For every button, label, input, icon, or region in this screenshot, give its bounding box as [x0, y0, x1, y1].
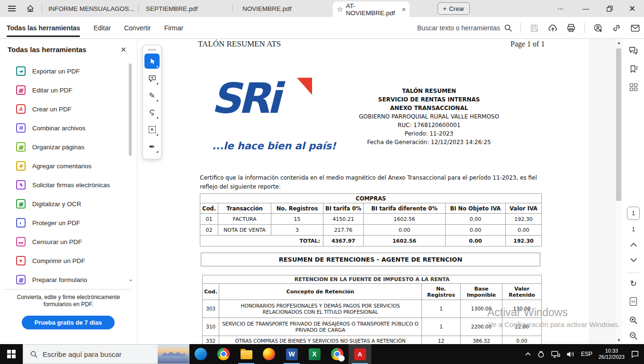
- select-text-tool-button[interactable]: A: [144, 122, 160, 137]
- tool-combinar-archivos[interactable]: ⧉ Combinar archivos: [0, 118, 137, 137]
- prepare-form-icon: ▥: [16, 275, 26, 284]
- taskbar-file-explorer[interactable]: [235, 344, 258, 364]
- table-header-row: Cod. Transacción No. Registros BI tarifa…: [200, 203, 542, 214]
- tab-septiembre[interactable]: SEPTIEMBRE.pdf: [140, 0, 204, 17]
- tab-informe-mensual[interactable]: INFORME MENSUALAGOS...: [43, 0, 140, 17]
- add-people-icon[interactable]: [593, 23, 603, 33]
- share-link-icon[interactable]: [611, 23, 622, 33]
- tool-preparar-formulario[interactable]: ▥ Preparar formulario: [0, 270, 137, 289]
- next-page-button[interactable]: [623, 258, 644, 262]
- hidden-icons-chevron[interactable]: [525, 352, 531, 356]
- column-header: Valor IVA: [506, 203, 542, 214]
- tab-noviembre[interactable]: NOVIEMBRE.pdf: [237, 0, 297, 17]
- draw-tool-button[interactable]: [144, 105, 160, 120]
- clock[interactable]: 10:33 26/12/2023: [599, 348, 625, 361]
- window-more-button[interactable]: ⋯: [554, 0, 568, 17]
- tool-label: Crear un PDF: [32, 106, 72, 113]
- tool-censurar-pdf[interactable]: ▬ Censurar un PDF: [0, 232, 137, 251]
- bookmarks-panel-button[interactable]: [623, 64, 644, 74]
- zoom-out-button[interactable]: [623, 331, 644, 340]
- menu-hamburger-icon[interactable]: [4, 0, 20, 17]
- taskbar-excel[interactable]: X: [303, 344, 326, 364]
- panel-scroll-down-icon[interactable]: ⌄: [128, 276, 133, 282]
- scrollbar-thumb[interactable]: [616, 48, 621, 201]
- page-thumbnails-button[interactable]: [623, 83, 644, 91]
- tool-solicitar-firmas[interactable]: ✎ Solicitar firmas electrónicas: [0, 175, 137, 194]
- language-indicator[interactable]: ESP: [581, 351, 592, 357]
- previous-page-button[interactable]: [623, 243, 644, 247]
- close-tab-icon[interactable]: ×: [402, 5, 406, 13]
- free-trial-button[interactable]: Prueba gratis de 7 días: [22, 316, 115, 329]
- highlight-tool-button[interactable]: ✎: [144, 88, 160, 103]
- action-center-button[interactable]: [631, 350, 639, 358]
- tool-agregar-comentarios[interactable]: ✚ Agregar comentarios: [0, 156, 137, 175]
- add-comment-tool-button[interactable]: [144, 71, 160, 86]
- comments-panel-button[interactable]: [623, 46, 644, 55]
- window-close-button[interactable]: ✕: [625, 0, 639, 17]
- tool-digitalizar-ocr[interactable]: ▣ Digitalizar y OCR: [0, 194, 137, 213]
- taskbar-acrobat[interactable]: A: [349, 344, 371, 364]
- tool-comprimir-pdf[interactable]: ▼ Comprimir un PDF: [0, 251, 137, 270]
- taskbar-edge[interactable]: [189, 344, 212, 364]
- scroll-down-icon[interactable]: ▼: [615, 337, 623, 344]
- icon-glyph: ▼: [18, 258, 23, 264]
- rotate-page-button[interactable]: ↻: [623, 279, 644, 289]
- document-scrollbar[interactable]: ▲ ▼: [614, 39, 623, 344]
- zoom-in-button[interactable]: [623, 316, 644, 325]
- cell: 0.00: [506, 225, 542, 236]
- home-icon[interactable]: [23, 0, 38, 17]
- panel-scrollbar-thumb[interactable]: [129, 64, 132, 156]
- right-tools-rail: 1 1 ↻ 1:1: [623, 39, 644, 344]
- start-button[interactable]: [0, 344, 23, 364]
- taskbar-word[interactable]: W: [280, 344, 303, 364]
- excel-icon: X: [309, 348, 321, 360]
- current-page-input[interactable]: 1: [627, 207, 640, 220]
- select-tool-button[interactable]: [144, 54, 160, 69]
- menu-todas-las-herramientas[interactable]: Todas las herramientas: [7, 17, 80, 39]
- taskbar-chrome[interactable]: [212, 344, 235, 364]
- close-panel-icon[interactable]: ✕: [120, 46, 126, 54]
- fill-sign-tool-button[interactable]: ✒: [144, 139, 160, 154]
- icon-glyph: ✚: [19, 164, 23, 169]
- freehand-draw-icon: [148, 109, 156, 117]
- taskbar-search-box[interactable]: Escribe aquí para buscar: [23, 344, 189, 364]
- network-status[interactable]: [551, 351, 560, 358]
- menu-convertir[interactable]: Convertir: [124, 17, 151, 39]
- menu-editar[interactable]: Editar: [93, 17, 111, 39]
- cell: 01: [200, 214, 218, 225]
- tool-exportar-pdf[interactable]: ➔ Exportar un PDF: [0, 62, 137, 81]
- icon-glyph: ▥: [18, 277, 23, 282]
- tool-organizar-paginas[interactable]: ▦ Organizar páginas: [0, 137, 137, 156]
- email-icon[interactable]: [630, 23, 640, 33]
- scroll-up-icon[interactable]: ▲: [615, 39, 623, 46]
- tab-separator: [232, 4, 233, 13]
- volume-control[interactable]: [566, 351, 575, 358]
- tool-proteger-pdf[interactable]: ◐ Proteger un PDF: [0, 213, 137, 232]
- tab-at-noviembre-active[interactable]: ☆ AT-NOVIEMBRE.pdf ×: [333, 1, 410, 17]
- print-icon[interactable]: [566, 23, 576, 33]
- taskbar-chrome-profile[interactable]: [326, 344, 349, 364]
- protect-pdf-icon: ◐: [16, 218, 26, 228]
- save-icon[interactable]: [529, 23, 539, 33]
- icon-glyph: ⧉: [19, 125, 22, 131]
- crear-button[interactable]: + Crear: [438, 2, 470, 15]
- tool-editar-pdf[interactable]: ▤ Editar un PDF: [0, 81, 137, 100]
- total-cell: 1602.56: [364, 236, 446, 246]
- cloud-upload-icon[interactable]: [547, 23, 558, 33]
- actual-size-button[interactable]: 1:1: [623, 297, 644, 306]
- window-restore-button[interactable]: [602, 0, 617, 17]
- menu-firmar[interactable]: Firmar: [164, 17, 183, 39]
- edge-icon: [195, 348, 207, 360]
- taskbar-firefox[interactable]: [258, 344, 280, 364]
- window-minimize-button[interactable]: —: [579, 0, 593, 17]
- chrome-profile-icon: [331, 348, 343, 360]
- tool-label: Organizar páginas: [32, 144, 84, 151]
- search-daily-image[interactable]: [158, 345, 189, 364]
- tool-crear-pdf[interactable]: A Crear un PDF: [0, 100, 137, 118]
- search-field[interactable]: Buscar texto o herramientas: [417, 17, 512, 39]
- star-icon[interactable]: ☆: [337, 6, 343, 13]
- drag-handle[interactable]: [148, 49, 156, 51]
- cell: 02: [200, 225, 218, 236]
- tray-utility-icon[interactable]: [537, 350, 545, 358]
- page-gutter: [589, 39, 614, 344]
